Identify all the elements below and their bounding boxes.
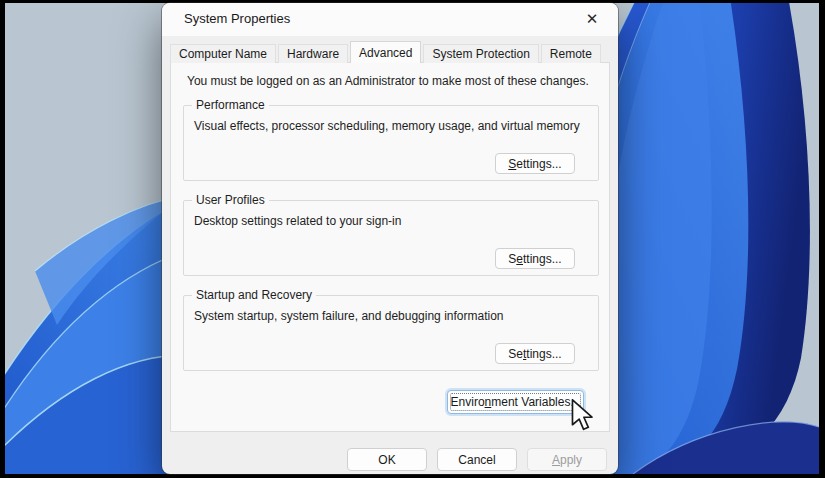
close-button[interactable]: ✕ (572, 5, 612, 34)
window-title: System Properties (184, 11, 290, 26)
admin-notice: You must be logged on as an Administrato… (187, 74, 589, 88)
user-profiles-settings-button[interactable]: Settings... (495, 248, 575, 269)
tab-hardware[interactable]: Hardware (278, 44, 348, 63)
environment-variables-button[interactable]: Environment Variables... (447, 390, 584, 414)
startup-recovery-description: System startup, system failure, and debu… (194, 309, 504, 323)
startup-recovery-group: Startup and Recovery System startup, sys… (183, 295, 599, 371)
startup-recovery-settings-button[interactable]: Settings... (495, 343, 575, 364)
user-profiles-group-title: User Profiles (192, 193, 269, 207)
performance-group: Performance Visual effects, processor sc… (183, 105, 599, 181)
cancel-button[interactable]: Cancel (437, 448, 517, 471)
tab-strip: Computer Name Hardware Advanced System P… (170, 41, 603, 63)
startup-recovery-group-title: Startup and Recovery (192, 288, 316, 302)
close-icon: ✕ (586, 10, 599, 28)
user-profiles-description: Desktop settings related to your sign-in (194, 214, 401, 228)
ok-button[interactable]: OK (347, 448, 427, 471)
user-profiles-group: User Profiles Desktop settings related t… (183, 200, 599, 276)
advanced-tab-page: You must be logged on as an Administrato… (170, 62, 610, 432)
tab-remote[interactable]: Remote (541, 44, 601, 63)
performance-settings-button[interactable]: Settings... (495, 153, 575, 174)
apply-button: Apply (527, 448, 607, 471)
system-properties-dialog: System Properties ✕ Computer Name Hardwa… (162, 3, 618, 474)
tab-system-protection[interactable]: System Protection (423, 44, 538, 63)
desktop: { "window": { "title": "System Propertie… (0, 0, 825, 478)
titlebar: System Properties ✕ (162, 3, 618, 36)
tab-advanced[interactable]: Advanced (350, 41, 421, 63)
performance-group-title: Performance (192, 98, 269, 112)
performance-description: Visual effects, processor scheduling, me… (194, 119, 580, 133)
tab-computer-name[interactable]: Computer Name (170, 44, 276, 63)
